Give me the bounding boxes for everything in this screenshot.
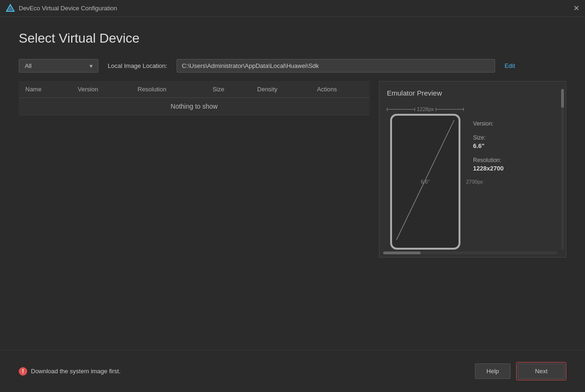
next-button-wrapper: Next: [516, 362, 566, 380]
filter-select-wrapper: All Phone Tablet TV Wearable ▼: [19, 59, 98, 73]
size-value: 6.6": [473, 142, 558, 149]
center-dimension-label: 6.6": [421, 179, 429, 185]
emulator-preview-section: Emulator Preview 1228px: [379, 81, 566, 258]
bottom-area: ! Download the system image first. Help …: [0, 350, 585, 392]
help-button[interactable]: Help: [475, 363, 511, 379]
preview-scrollbar-thumb[interactable]: [561, 89, 564, 108]
deveco-icon: [6, 4, 15, 13]
window-title: DevEco Virtual Device Configuration: [19, 5, 117, 12]
dim-line-top2: [436, 109, 464, 110]
right-dimension-label: 2700px: [466, 179, 483, 185]
local-image-label: Local Image Location:: [108, 62, 167, 69]
table-section: Name Version Resolution Size Density Act…: [19, 81, 370, 258]
col-name: Name: [19, 81, 71, 98]
size-label: Size:: [473, 134, 558, 141]
preview-inner: 1228px 6.6" 2700px: [387, 106, 558, 250]
title-bar: DevEco Virtual Device Configuration ✕: [0, 0, 585, 17]
filter-row: All Phone Tablet TV Wearable ▼ Local Ima…: [19, 59, 566, 73]
local-image-path-input[interactable]: [177, 59, 495, 73]
top-dimension-label: 1228px: [387, 106, 464, 112]
main-content: Select Virtual Device All Phone Tablet T…: [0, 17, 585, 258]
spec-size-row: Size: 6.6": [473, 134, 558, 149]
close-button[interactable]: ✕: [573, 5, 579, 12]
empty-row: Nothing to show: [19, 98, 370, 115]
warning-text: Download the system image first.: [31, 368, 120, 375]
page-title: Select Virtual Device: [19, 31, 566, 46]
resolution-label: Resolution:: [473, 157, 558, 163]
preview-hscrollbar-thumb[interactable]: [383, 251, 421, 254]
phone-outer: 6.6" 2700px: [390, 114, 460, 250]
col-version: Version: [71, 81, 131, 98]
version-label: Version:: [473, 120, 558, 127]
col-density: Density: [251, 81, 311, 98]
preview-hscrollbar-track[interactable]: [383, 251, 557, 254]
empty-message: Nothing to show: [19, 98, 370, 115]
preview-scrollbar-track[interactable]: [561, 89, 564, 250]
col-actions: Actions: [311, 81, 370, 98]
col-resolution: Resolution: [131, 81, 206, 98]
preview-title: Emulator Preview: [387, 89, 558, 97]
table-header-row: Name Version Resolution Size Density Act…: [19, 81, 370, 98]
dim-line-top: [387, 109, 415, 110]
spec-version-row: Version:: [473, 120, 558, 127]
phone-diagram-wrapper: 1228px 6.6" 2700px: [387, 106, 464, 250]
content-area: Name Version Resolution Size Density Act…: [19, 81, 566, 258]
spec-resolution-row: Resolution: 1228x2700: [473, 157, 558, 172]
resolution-value: 1228x2700: [473, 165, 558, 172]
title-bar-left: DevEco Virtual Device Configuration: [6, 4, 117, 13]
device-table: Name Version Resolution Size Density Act…: [19, 81, 370, 115]
device-type-select[interactable]: All Phone Tablet TV Wearable: [19, 59, 98, 73]
warning-icon: !: [19, 367, 27, 376]
col-size: Size: [206, 81, 251, 98]
edit-link[interactable]: Edit: [504, 62, 515, 69]
bottom-buttons: Help Next: [475, 362, 566, 380]
next-button[interactable]: Next: [518, 363, 565, 379]
warning-message-row: ! Download the system image first.: [19, 367, 120, 376]
preview-specs: Version: Size: 6.6" Resolution: 1228x270…: [468, 106, 558, 179]
